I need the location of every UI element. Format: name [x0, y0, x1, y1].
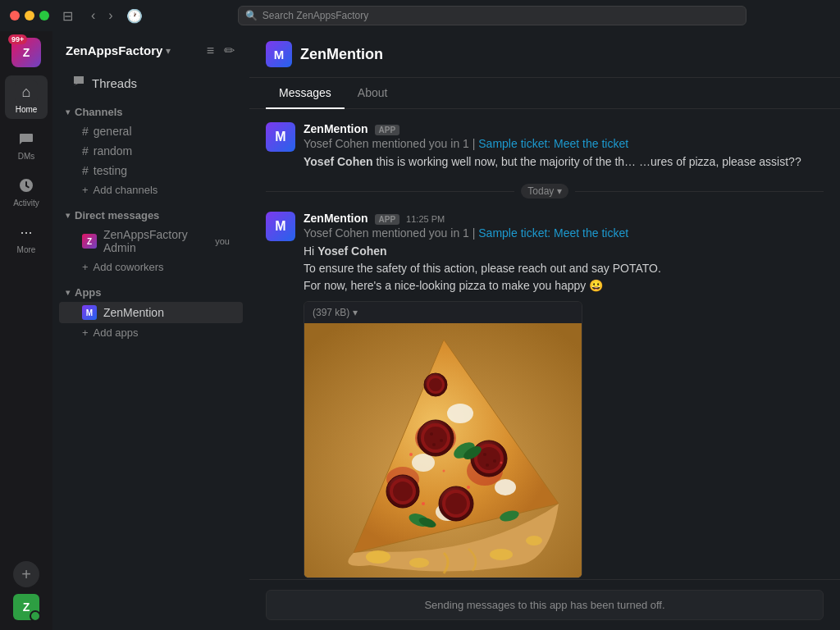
msg-bold-greeting: Yosef Cohen	[317, 244, 387, 258]
dm-header-label: Direct messages	[75, 209, 159, 221]
svg-point-42	[422, 502, 425, 505]
add-apps-label: Add apps	[94, 326, 139, 339]
attachment-caret-icon: ▾	[353, 307, 358, 318]
icon-rail: 99+ Z ⌂ Home DMs Activity ··· Mo	[0, 31, 52, 630]
channel-tabs: Messages About	[249, 78, 840, 109]
msg-partial-1: Yosef Cohen this is working well now, bu…	[304, 153, 824, 171]
channel-general-label: general	[94, 125, 132, 138]
nav-arrows: ‹ › 🕐	[86, 7, 148, 25]
add-channels-plus-icon: +	[82, 184, 89, 196]
main-content: M ZenMention Messages About M ZenMention…	[249, 31, 840, 630]
add-coworkers-label: Add coworkers	[94, 261, 164, 273]
svg-point-18	[432, 443, 436, 446]
svg-point-27	[393, 482, 413, 501]
add-channels-button[interactable]: + Add channels	[59, 180, 243, 199]
msg-header-2: ZenMention APP 11:25 PM	[304, 212, 824, 225]
svg-point-15	[424, 427, 447, 450]
history-button[interactable]: 🕐	[121, 7, 148, 25]
dm-admin-name: ZenAppsFactory Admin	[103, 228, 207, 254]
rail-item-dms[interactable]: DMs	[5, 122, 48, 166]
compose-button[interactable]: ✏	[222, 41, 236, 60]
workspace-name: ZenAppsFactory	[66, 43, 162, 57]
user-avatar[interactable]: Z	[13, 594, 39, 620]
apps-header[interactable]: ▾ Apps	[52, 283, 249, 302]
svg-point-24	[486, 463, 489, 467]
filter-button[interactable]: ≡	[205, 41, 216, 60]
titlebar: ⊟ ‹ › 🕐 🔍 Search ZenAppsFactory	[0, 0, 840, 31]
msg-link-1[interactable]: Sample ticket: Meet the ticket	[478, 137, 628, 150]
workspace-name-button[interactable]: ZenAppsFactory ▾	[66, 43, 171, 57]
attachment-header: (397 kB) ▾	[304, 302, 582, 323]
threads-label: Threads	[92, 76, 137, 90]
channel-title-row: M ZenMention	[266, 41, 383, 67]
dm-you-badge: you	[215, 236, 230, 246]
threads-item[interactable]: Threads	[59, 70, 243, 96]
dms-icon	[15, 127, 38, 150]
msg-body-2: ZenMention APP 11:25 PM Yosef Cohen ment…	[304, 212, 824, 579]
channel-random[interactable]: # random	[59, 141, 243, 161]
svg-point-9	[447, 404, 473, 423]
minimize-button[interactable]	[25, 11, 34, 21]
dm-header[interactable]: ▾ Direct messages	[52, 206, 249, 225]
bottom-bar: Sending messages to this app has been tu…	[249, 579, 840, 630]
tab-about[interactable]: About	[345, 78, 401, 109]
close-button[interactable]	[10, 11, 20, 21]
search-placeholder: Search ZenAppsFactory	[262, 10, 368, 21]
msg-bold-name-1: Yosef Cohen	[304, 155, 373, 168]
forward-button[interactable]: ›	[103, 7, 117, 25]
threads-section: Threads	[52, 66, 249, 99]
msg-app-badge-2: APP	[375, 214, 400, 225]
rail-item-activity[interactable]: Activity	[5, 169, 48, 212]
rail-item-more[interactable]: ··· More	[5, 216, 48, 259]
msg-avatar-2: M	[266, 212, 295, 241]
add-coworkers-button[interactable]: + Add coworkers	[59, 258, 243, 276]
sidebar-header: ZenAppsFactory ▾ ≡ ✏	[52, 31, 249, 66]
channel-testing[interactable]: # testing	[59, 161, 243, 180]
msg-mention-1: Yosef Cohen mentioned you in 1 | Sample …	[304, 137, 824, 150]
activity-icon	[15, 174, 38, 197]
sidebar-toggle-icon[interactable]: ⊟	[62, 8, 73, 24]
msg-app-badge-1: APP	[375, 125, 400, 135]
svg-point-16	[430, 432, 433, 436]
messages-area[interactable]: M ZenMention APP Yosef Cohen mentioned y…	[249, 109, 840, 579]
add-apps-button[interactable]: + Add apps	[59, 323, 243, 342]
apps-section: ▾ Apps M ZenMention + Add apps	[52, 280, 249, 345]
svg-point-39	[409, 453, 413, 456]
msg-link-2[interactable]: Sample ticket: Meet the ticket	[478, 226, 628, 240]
channels-caret-icon: ▾	[66, 107, 70, 116]
dm-item-admin[interactable]: Z ZenAppsFactory Admin you	[59, 225, 243, 258]
msg-avatar-1: M	[266, 122, 295, 152]
pizza-image	[304, 323, 582, 578]
app-icon[interactable]: 99+ Z	[11, 38, 41, 67]
svg-point-33	[429, 378, 442, 391]
notification-badge: 99+	[8, 34, 27, 44]
msg-body-1: ZenMention APP Yosef Cohen mentioned you…	[304, 122, 824, 171]
direct-messages-section: ▾ Direct messages Z ZenAppsFactory Admin…	[52, 203, 249, 280]
channel-avatar: M	[266, 41, 292, 67]
date-divider: Today ▾	[266, 184, 824, 199]
app-item-zenmention[interactable]: M ZenMention	[59, 302, 243, 323]
dm-avatar-admin: Z	[82, 234, 97, 249]
threads-icon	[72, 75, 85, 91]
channel-general[interactable]: # general	[59, 121, 243, 141]
rail-label-activity: Activity	[13, 199, 39, 208]
back-button[interactable]: ‹	[86, 7, 100, 25]
msg-sender-1: ZenMention	[304, 122, 368, 135]
rail-label-home: Home	[16, 105, 38, 114]
add-workspace-button[interactable]: +	[13, 561, 39, 587]
app-body: 99+ Z ⌂ Home DMs Activity ··· Mo	[0, 31, 840, 630]
date-label[interactable]: Today ▾	[521, 184, 568, 199]
more-icon: ···	[15, 221, 38, 244]
svg-point-5	[526, 536, 542, 546]
rail-label-more: More	[17, 245, 36, 254]
channels-header[interactable]: ▾ Channels	[52, 103, 249, 121]
attachment-size: (397 kB)	[313, 307, 349, 318]
rail-item-home[interactable]: ⌂ Home	[5, 75, 48, 119]
search-bar[interactable]: 🔍 Search ZenAppsFactory	[238, 6, 746, 25]
msg-sender-2: ZenMention	[304, 212, 368, 225]
tab-messages[interactable]: Messages	[266, 78, 345, 109]
input-disabled-message: Sending messages to this app has been tu…	[266, 590, 824, 620]
svg-point-10	[412, 454, 435, 472]
maximize-button[interactable]	[39, 11, 49, 21]
svg-point-17	[440, 439, 443, 442]
